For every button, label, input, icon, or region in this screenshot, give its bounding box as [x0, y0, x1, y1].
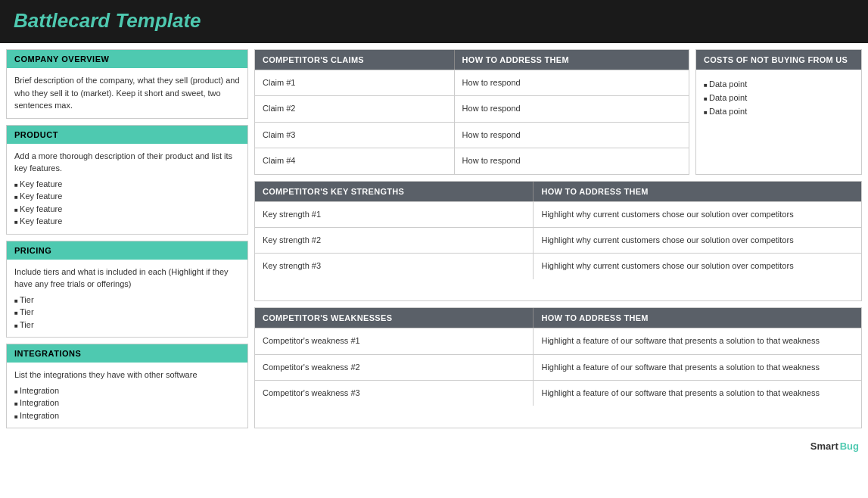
weaknesses-col-header: COMPETITOR'S WEAKNESSES: [255, 308, 534, 328]
right-top-row: COMPETITOR'S CLAIMS HOW TO ADDRESS THEM …: [254, 49, 862, 175]
list-item: Tier: [14, 306, 240, 319]
strength-cell: Key strength #3: [255, 254, 534, 279]
strengths-table: COMPETITOR'S KEY STRENGTHS HOW TO ADDRES…: [254, 181, 862, 302]
brand-bug: Bug: [840, 440, 859, 452]
claims-table: COMPETITOR'S CLAIMS HOW TO ADDRESS THEM …: [254, 49, 689, 175]
weaknesses-address-col-header: HOW TO ADDRESS THEM: [534, 308, 861, 328]
product-header: PRODUCT: [7, 126, 247, 144]
strengths-col-header: COMPETITOR'S KEY STRENGTHS: [255, 182, 534, 201]
table-row: Key strength #1 Highlight why current cu…: [255, 201, 861, 227]
pricing-body: Include tiers and what is included in ea…: [7, 260, 247, 338]
product-features-list: Key feature Key feature Key feature Key …: [14, 178, 240, 228]
claim-cell: Claim #4: [255, 148, 455, 173]
costs-section: COSTS OF NOT BUYING FROM US Data point D…: [695, 49, 862, 175]
list-item: Integration: [14, 409, 240, 422]
strengths-table-header: COMPETITOR'S KEY STRENGTHS HOW TO ADDRES…: [255, 182, 861, 201]
response-cell: How to respond: [455, 96, 689, 121]
strength-cell: Key strength #1: [255, 202, 534, 227]
integrations-body: List the integrations they have with oth…: [7, 363, 247, 428]
response-cell: Highlight a feature of our software that…: [534, 328, 861, 353]
integrations-section: INTEGRATIONS List the integrations they …: [6, 344, 248, 428]
strengths-address-col-header: HOW TO ADDRESS THEM: [534, 182, 861, 201]
pricing-header: PRICING: [7, 241, 247, 260]
weakness-cell: Competitor's weakness #3: [255, 381, 534, 406]
list-item: Data point: [704, 104, 854, 118]
weakness-cell: Competitor's weakness #1: [255, 328, 534, 353]
claims-address-col-header: HOW TO ADDRESS THEM: [455, 50, 689, 70]
claims-col-header: COMPETITOR'S CLAIMS: [255, 50, 455, 70]
table-row: Competitor's weakness #1 Highlight a fea…: [255, 328, 861, 353]
list-item: Tier: [14, 319, 240, 331]
costs-header: COSTS OF NOT BUYING FROM US: [696, 50, 861, 70]
product-section: PRODUCT Add a more thorough description …: [6, 125, 248, 235]
product-body: Add a more thorough description of their…: [7, 144, 247, 234]
table-row: Claim #1 How to respond: [255, 70, 689, 95]
left-column: COMPANY OVERVIEW Brief description of th…: [6, 49, 248, 428]
response-cell: Highlight why current customers chose ou…: [534, 254, 861, 279]
table-row: Claim #4 How to respond: [255, 148, 689, 173]
company-overview-header: COMPANY OVERVIEW: [7, 50, 247, 68]
weaknesses-table-header: COMPETITOR'S WEAKNESSES HOW TO ADDRESS T…: [255, 308, 861, 328]
footer: Smart Bug: [0, 436, 868, 456]
integrations-list: Integration Integration Integration: [14, 384, 240, 422]
response-cell: Highlight a feature of our software that…: [534, 355, 861, 380]
list-item: Key feature: [14, 178, 240, 191]
table-row: Key strength #3 Highlight why current cu…: [255, 253, 861, 279]
list-item: Integration: [14, 397, 240, 409]
costs-list: Data point Data point Data point: [704, 77, 854, 118]
table-row: Key strength #2 Highlight why current cu…: [255, 227, 861, 253]
list-item: Key feature: [14, 190, 240, 203]
table-row: Competitor's weakness #3 Highlight a fea…: [255, 380, 861, 406]
right-column: COMPETITOR'S CLAIMS HOW TO ADDRESS THEM …: [254, 49, 862, 428]
list-item: Integration: [14, 384, 240, 397]
table-row: Competitor's weakness #2 Highlight a fea…: [255, 354, 861, 380]
brand-logo: Smart Bug: [810, 440, 859, 452]
integrations-header: INTEGRATIONS: [7, 344, 247, 363]
page-header: Battlecard Template: [0, 0, 868, 43]
list-item: Data point: [704, 91, 854, 104]
response-cell: How to respond: [455, 70, 689, 95]
claim-cell: Claim #1: [255, 70, 455, 95]
costs-body: Data point Data point Data point: [696, 70, 861, 126]
claim-cell: Claim #2: [255, 96, 455, 121]
claims-table-header: COMPETITOR'S CLAIMS HOW TO ADDRESS THEM: [255, 50, 689, 70]
list-item: Key feature: [14, 203, 240, 216]
response-cell: Highlight why current customers chose ou…: [534, 228, 861, 253]
list-item: Tier: [14, 294, 240, 307]
response-cell: How to respond: [455, 148, 689, 173]
response-cell: Highlight a feature of our software that…: [534, 381, 861, 406]
weaknesses-table: COMPETITOR'S WEAKNESSES HOW TO ADDRESS T…: [254, 307, 862, 428]
company-overview-body: Brief description of the company, what t…: [7, 68, 247, 118]
brand-smart: Smart: [810, 440, 838, 452]
list-item: Key feature: [14, 215, 240, 228]
claim-cell: Claim #3: [255, 123, 455, 148]
main-content: COMPANY OVERVIEW Brief description of th…: [0, 43, 868, 434]
page-title: Battlecard Template: [14, 9, 854, 33]
company-overview-section: COMPANY OVERVIEW Brief description of th…: [6, 49, 248, 119]
response-cell: How to respond: [455, 123, 689, 148]
pricing-section: PRICING Include tiers and what is includ…: [6, 241, 248, 338]
weakness-cell: Competitor's weakness #2: [255, 355, 534, 380]
strength-cell: Key strength #2: [255, 228, 534, 253]
table-row: Claim #3 How to respond: [255, 122, 689, 148]
table-row: Claim #2 How to respond: [255, 95, 689, 121]
list-item: Data point: [704, 77, 854, 91]
pricing-tiers-list: Tier Tier Tier: [14, 294, 240, 331]
response-cell: Highlight why current customers chose ou…: [534, 202, 861, 227]
